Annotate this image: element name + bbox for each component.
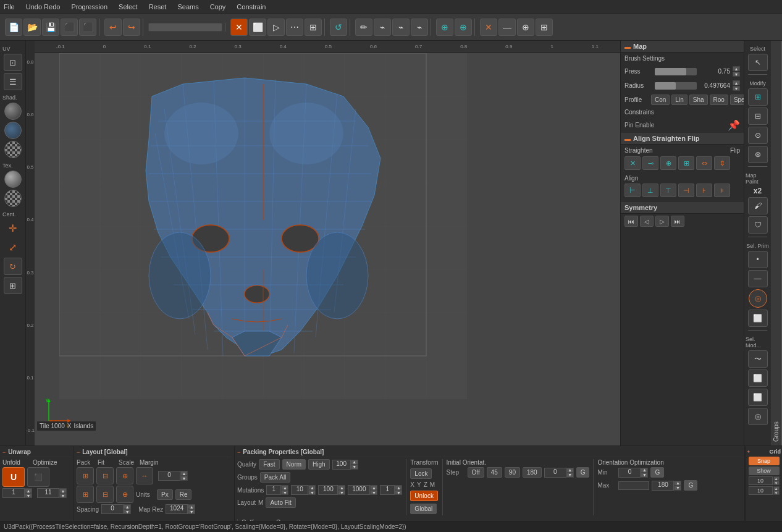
profile-lin[interactable]: Lin (671, 95, 687, 105)
modify-btn3[interactable]: ⊙ (748, 127, 768, 144)
align-btn1[interactable]: ⊢ (624, 184, 641, 197)
mut2-down[interactable]: ▼ (308, 490, 316, 495)
margin-value[interactable]: 0 (158, 471, 180, 481)
mut5-up[interactable]: ▲ (395, 485, 402, 490)
copy-btn2[interactable]: ⊕ (455, 19, 472, 36)
profile-sha[interactable]: Sha (689, 95, 708, 105)
press-down[interactable]: ▼ (733, 72, 740, 77)
margin-up[interactable]: ▲ (180, 471, 188, 476)
radius-up[interactable]: ▲ (733, 80, 740, 85)
rotate-icon[interactable]: ↻ (4, 258, 22, 275)
page-current[interactable]: 1 (2, 488, 25, 498)
symmetry-section-header[interactable]: Symmetry (621, 202, 744, 214)
select-grid-button[interactable]: ⊞ (305, 19, 322, 36)
new-file-button[interactable]: 📄 (5, 19, 22, 36)
grid-val1[interactable]: 10 (749, 476, 773, 485)
align-btn4[interactable]: ⊣ (678, 184, 694, 197)
menu-file[interactable]: File (4, 3, 15, 11)
tex-checker[interactable] (4, 190, 22, 207)
map-rez-up[interactable]: ▲ (188, 504, 195, 509)
straighten-btn2[interactable]: ⊸ (642, 156, 658, 170)
press-up[interactable]: ▲ (733, 66, 740, 71)
g-btn3[interactable]: G (684, 480, 697, 491)
max-down[interactable]: ▼ (674, 486, 681, 491)
mut4-up[interactable]: ▲ (370, 485, 377, 490)
quality-down[interactable]: ▼ (351, 465, 358, 470)
quality-fast-btn[interactable]: Fast (259, 459, 279, 470)
pack-btn4[interactable]: ⊟ (96, 486, 114, 503)
export-button[interactable]: ⬛ (61, 19, 78, 36)
map-paint-icon[interactable]: 🖌 (748, 197, 768, 214)
page-down[interactable]: ▼ (25, 493, 32, 498)
unlock-btn[interactable]: Unlock (410, 491, 438, 501)
unfold-button[interactable]: U (2, 467, 25, 487)
deg90-btn[interactable]: 90 (505, 467, 520, 478)
page-arrows[interactable]: ▲ ▼ (25, 488, 32, 498)
menu-constrain[interactable]: Constrain (237, 3, 266, 11)
copy-btn1[interactable]: ⊕ (436, 19, 453, 36)
pack-all-btn[interactable]: Pack All (260, 472, 291, 483)
mut1-down[interactable]: ▼ (281, 490, 288, 495)
pack-btn2[interactable]: ⊟ (96, 467, 114, 484)
reset-button[interactable]: ↺ (330, 19, 347, 36)
sym-btn2[interactable]: ◁ (640, 216, 654, 227)
mut5-down[interactable]: ▼ (395, 490, 402, 495)
redo-button[interactable]: ↪ (123, 19, 140, 36)
grid-icon[interactable]: ⊞ (4, 277, 22, 294)
layout-collapse[interactable]: − (77, 449, 80, 455)
step-up[interactable]: ▲ (566, 468, 574, 473)
fit-btn1[interactable]: ⊕ (116, 467, 133, 484)
pin-icon[interactable]: 📌 (728, 119, 740, 131)
total-up[interactable]: ▲ (59, 488, 67, 493)
pack-btn3[interactable]: ⊞ (77, 486, 94, 503)
pack-btn5[interactable]: ⊕ (116, 486, 133, 503)
modify-btn2[interactable]: ⊟ (748, 108, 768, 125)
groups-tab[interactable]: Groups (771, 41, 782, 445)
deg45-btn[interactable]: 45 (487, 467, 502, 478)
flip-v-btn[interactable]: ⇕ (714, 156, 730, 170)
grid-val1-up[interactable]: ▲ (773, 476, 780, 481)
packing-collapse[interactable]: − (237, 449, 240, 455)
sym-btn1[interactable]: ⏮ (624, 216, 638, 227)
auto-fit-btn[interactable]: Auto Fit (266, 497, 295, 508)
global-btn[interactable]: Global (410, 504, 437, 514)
mut3-up[interactable]: ▲ (338, 485, 345, 490)
g-btn2[interactable]: G (650, 467, 664, 478)
min-up[interactable]: ▲ (641, 468, 648, 473)
map-section-header[interactable]: ▬ Map (621, 41, 744, 53)
cancel-select-button[interactable]: ✕ (230, 19, 248, 36)
pack-btn1[interactable]: ⊞ (77, 467, 94, 484)
deg180-btn[interactable]: 180 (523, 467, 542, 478)
total-down[interactable]: ▼ (59, 493, 67, 498)
align-btn6[interactable]: ⊧ (714, 184, 730, 197)
menu-progression[interactable]: Progression (71, 3, 107, 11)
constrain-btn2[interactable]: — (498, 19, 516, 36)
grid-val1-down[interactable]: ▼ (773, 481, 780, 485)
select-arrow-icon[interactable]: ↖ (748, 54, 768, 71)
map-rez-down[interactable]: ▼ (188, 509, 195, 514)
seams-pen-button[interactable]: ✏ (355, 19, 372, 36)
undo-button[interactable]: ↩ (104, 19, 122, 36)
center-arrows-icon[interactable]: ⤢ (4, 239, 22, 256)
page-up[interactable]: ▲ (25, 488, 32, 493)
align-section-header[interactable]: ▬ Align Straighten Flip (621, 133, 744, 145)
spacing-up[interactable]: ▲ (124, 504, 131, 509)
seams-opt2-button[interactable]: ⌁ (392, 19, 410, 36)
profile-con[interactable]: Con (651, 95, 670, 105)
modify-btn4[interactable]: ⊛ (748, 146, 768, 163)
mut1[interactable]: 1 (266, 485, 281, 495)
uv-btn2[interactable]: ☰ (4, 73, 22, 90)
press-spinner[interactable]: ▲ ▼ (733, 66, 740, 77)
units-re-btn[interactable]: Re (175, 489, 192, 500)
sel-mod-wave[interactable]: 〜 (748, 350, 768, 368)
sym-btn3[interactable]: ▷ (655, 216, 669, 227)
mut1-up[interactable]: ▲ (281, 485, 288, 490)
menu-seams[interactable]: Seams (177, 3, 198, 11)
map-rez-value[interactable]: 1024 (166, 504, 188, 514)
seams-opt3-button[interactable]: ⌁ (411, 19, 428, 36)
straighten-btn4[interactable]: ⊞ (678, 156, 694, 170)
mut4[interactable]: 1000 (348, 485, 370, 495)
units-px-btn[interactable]: Px (157, 489, 173, 500)
grid-val2-up[interactable]: ▲ (773, 486, 780, 491)
page-total-val[interactable]: 11 (37, 488, 59, 498)
